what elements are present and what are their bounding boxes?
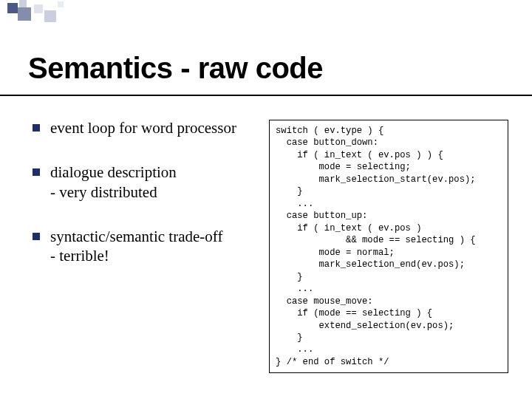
list-item-text: event loop for word processor xyxy=(50,118,236,137)
decor-square xyxy=(44,10,56,22)
code-box: switch ( ev.type ) { case button_down: i… xyxy=(269,120,508,373)
slide: Semantics - raw code event loop for word… xyxy=(0,0,532,399)
corner-decoration xyxy=(0,0,89,22)
decor-square xyxy=(18,7,31,21)
list-item: event loop for word processor xyxy=(33,118,262,137)
bullet-icon xyxy=(33,168,40,176)
title-underline xyxy=(0,95,532,96)
bullet-icon xyxy=(33,124,40,132)
content-area: event loop for word processor dialogue d… xyxy=(33,118,511,384)
decor-square xyxy=(58,1,64,7)
bullet-icon xyxy=(33,233,40,240)
decor-square xyxy=(34,4,43,13)
decor-square xyxy=(7,3,18,13)
list-item: dialogue description- very distributed xyxy=(33,163,262,202)
list-item-text: dialogue description- very distributed xyxy=(50,163,177,202)
list-item: syntactic/semantic trade-off- terrible! xyxy=(33,227,262,266)
slide-title: Semantics - raw code xyxy=(28,52,323,85)
decor-square xyxy=(19,0,27,7)
list-item-text: syntactic/semantic trade-off- terrible! xyxy=(50,227,222,266)
bullet-list: event loop for word processor dialogue d… xyxy=(33,118,262,290)
code-snippet: switch ( ev.type ) { case button_down: i… xyxy=(276,125,502,368)
